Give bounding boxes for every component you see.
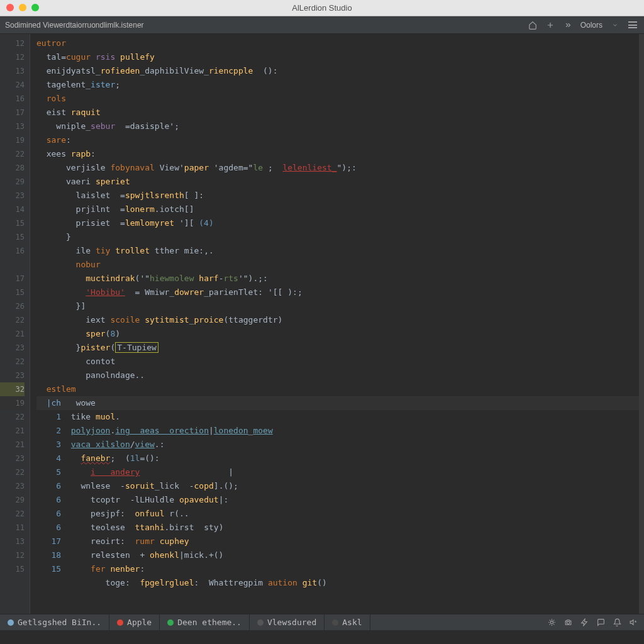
line-number[interactable]: 23: [0, 341, 25, 355]
breadcrumb[interactable]: Sodimined Viewerdtaiorruondlimlk.istener: [0, 21, 528, 30]
code-line[interactable]: rols: [36, 92, 639, 106]
line-number[interactable]: 22: [0, 355, 25, 369]
home-icon[interactable]: [528, 20, 538, 30]
code-line[interactable]: enijdyatsl_rofieden_daphibilView_riencpp…: [36, 64, 639, 78]
line-number[interactable]: 11: [0, 521, 25, 535]
code-line[interactable]: prisiet =lemlomyret '][ (4): [36, 216, 639, 230]
code-line[interactable]: 6 pesjpf: onfuul r(..: [36, 507, 639, 521]
status-tab[interactable]: Deen etheme..: [160, 614, 250, 630]
line-number[interactable]: 29: [0, 493, 25, 507]
status-tab[interactable]: Getlsgshed BiIn..: [0, 614, 109, 630]
code-line[interactable]: sper(8): [36, 327, 639, 341]
code-line[interactable]: verjisle fobynaval View'paper 'agdem="le…: [36, 161, 639, 175]
code-line[interactable]: 6 teolese ttanhi.birst sty): [36, 521, 639, 535]
line-number[interactable]: 29: [0, 175, 25, 189]
line-number[interactable]: 23: [0, 189, 25, 203]
line-number[interactable]: 22: [0, 313, 25, 327]
code-line[interactable]: toge: fpgelrgluel: Whattregpim aution gi…: [36, 576, 639, 590]
line-number[interactable]: 12: [0, 548, 25, 562]
colors-label[interactable]: Oolors: [580, 21, 602, 30]
scrollbar[interactable]: [639, 34, 644, 614]
code-line[interactable]: 18 relesten + ohenkl|mick.+(): [36, 548, 639, 562]
line-number[interactable]: 22: [0, 507, 25, 521]
line-number[interactable]: 22: [0, 410, 25, 424]
code-line[interactable]: iext scoile sytitmist_proice(ttaggerdtr): [36, 313, 639, 327]
code-line[interactable]: panolndage..: [36, 369, 639, 382]
code-line[interactable]: 'Hobibu' = Wmiwr_dowrer_parienTlet: '[[ …: [36, 286, 639, 299]
line-number[interactable]: 22: [0, 147, 25, 161]
line-number[interactable]: 19: [0, 133, 25, 147]
code-line[interactable]: 6 wnlese -soruit_lick -copd].();: [36, 479, 639, 493]
line-number[interactable]: 24: [0, 78, 25, 92]
code-line[interactable]: }: [36, 230, 639, 244]
code-line[interactable]: tal=cugur rsis pullefy: [36, 50, 639, 64]
line-number[interactable]: 21: [0, 438, 25, 452]
bell-icon[interactable]: [613, 618, 621, 627]
line-number[interactable]: 17: [0, 272, 25, 286]
line-number[interactable]: 12: [0, 50, 25, 64]
line-number[interactable]: 23: [0, 479, 25, 493]
line-number[interactable]: 17: [0, 106, 25, 119]
line-number[interactable]: 16: [0, 92, 25, 106]
line-number[interactable]: 14: [0, 203, 25, 216]
gear-icon[interactable]: [547, 618, 556, 627]
code-line[interactable]: 17 reoirt: rumr cuphey: [36, 535, 639, 548]
code-line[interactable]: contot: [36, 355, 639, 369]
code-line[interactable]: muctindrak('"hiewmolew harf-rts'").;:: [36, 272, 639, 286]
code-line[interactable]: 15 fer nenber:: [36, 562, 639, 576]
code-line[interactable]: 2 polyjoon.ing aeas orection|lonedon_moe…: [36, 424, 639, 438]
code-line[interactable]: eutror: [36, 36, 639, 50]
code-line[interactable]: eist raquit: [36, 106, 639, 119]
line-number[interactable]: 12: [0, 36, 25, 50]
code-line[interactable]: nobur: [36, 258, 639, 272]
chat-icon[interactable]: [596, 618, 605, 627]
code-line[interactable]: tagelent_ister;: [36, 78, 639, 92]
line-number[interactable]: 15: [0, 216, 25, 230]
line-number[interactable]: 19: [0, 396, 25, 410]
code-line[interactable]: 3 vaca xilslon/view.:: [36, 438, 639, 452]
line-number[interactable]: 28: [0, 161, 25, 175]
line-number[interactable]: 32: [0, 382, 25, 396]
line-number[interactable]: [0, 258, 25, 272]
code-line[interactable]: 6 tcoptr -lLHuldle opavedut|:: [36, 493, 639, 507]
status-tab[interactable]: Apple: [109, 614, 160, 630]
code-line[interactable]: sare:: [36, 133, 639, 147]
line-number[interactable]: 15: [0, 230, 25, 244]
code-line[interactable]: }]: [36, 299, 639, 313]
plus-icon[interactable]: [545, 20, 555, 30]
maximize-window-button[interactable]: [31, 4, 39, 11]
camera-icon[interactable]: [564, 618, 572, 627]
line-number[interactable]: 26: [0, 299, 25, 313]
status-tab[interactable]: Askl: [325, 614, 370, 630]
chevron-down-icon[interactable]: [610, 20, 620, 30]
line-number[interactable]: 23: [0, 452, 25, 465]
line-number[interactable]: 23: [0, 369, 25, 382]
code-line[interactable]: |ch wowe: [36, 396, 639, 410]
line-number[interactable]: 13: [0, 535, 25, 548]
code-line[interactable]: 5 i andery |: [36, 465, 639, 479]
line-number[interactable]: 21: [0, 424, 25, 438]
line-number[interactable]: 16: [0, 244, 25, 258]
status-tab[interactable]: Vlewsdured: [250, 614, 325, 630]
code-line[interactable]: xees rapb:: [36, 147, 639, 161]
code-line[interactable]: 1 tike muol.: [36, 410, 639, 424]
code-line[interactable]: wniple_sebur =dasisple';: [36, 119, 639, 133]
lightning-icon[interactable]: [580, 618, 589, 627]
close-window-button[interactable]: [6, 4, 14, 11]
code-line[interactable]: estlem: [36, 382, 639, 396]
line-number[interactable]: 22: [0, 465, 25, 479]
navigate-icon[interactable]: [563, 20, 573, 30]
line-number[interactable]: 15: [0, 286, 25, 299]
code-line[interactable]: ile tiy trollet tther mie:,.: [36, 244, 639, 258]
line-number[interactable]: 21: [0, 327, 25, 341]
code-line[interactable]: 4 fanebr; (1l=():: [36, 452, 639, 465]
line-number[interactable]: 13: [0, 64, 25, 78]
code-line[interactable]: }pister(T-Tupiew: [36, 341, 639, 355]
code-editor[interactable]: eutror tal=cugur rsis pullefy enijdyatsl…: [30, 34, 639, 614]
minimize-window-button[interactable]: [19, 4, 26, 11]
code-line[interactable]: vaeri speriet: [36, 175, 639, 189]
code-line[interactable]: prjilnt =lonerm.iotch[]: [36, 203, 639, 216]
code-line[interactable]: laislet =spwjtlsrenth[ ]:: [36, 189, 639, 203]
speaker-icon[interactable]: [629, 618, 638, 627]
line-number-gutter[interactable]: 1212132416171319222829231415151617152622…: [0, 34, 30, 614]
